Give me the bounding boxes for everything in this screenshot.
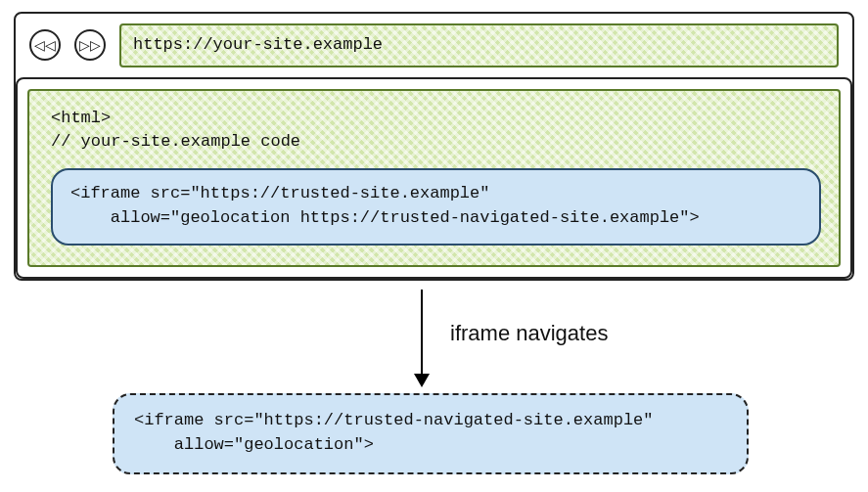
fast-forward-icon: ▷▷ [79,38,101,52]
page-code-line-1: <html> [51,107,821,131]
viewport-outer: <html> // your-site.example code <iframe… [16,77,852,280]
navigation-arrow-line [421,290,423,380]
navigation-arrow-label: iframe navigates [450,321,608,346]
iframe-code-line-1: <iframe src="https://trusted-site.exampl… [70,182,801,206]
browser-window: ◁◁ ▷▷ https://your-site.example <html> /… [14,12,854,281]
iframe-original: <iframe src="https://trusted-site.exampl… [51,168,821,246]
rewind-icon: ◁◁ [34,38,56,52]
page-code-line-2: // your-site.example code [51,130,821,155]
navigation-arrow-head-icon [414,374,430,387]
forward-button[interactable]: ▷▷ [74,29,106,61]
address-bar[interactable]: https://your-site.example [119,23,839,67]
page-viewport: <html> // your-site.example code <iframe… [27,89,841,268]
iframe-navigated: <iframe src="https://trusted-navigated-s… [113,393,749,474]
iframe-code-line-2: allow="geolocation https://trusted-navig… [70,206,801,231]
browser-chrome: ◁◁ ▷▷ https://your-site.example [16,14,852,77]
navigated-code-line-1: <iframe src="https://trusted-navigated-s… [134,409,727,433]
navigated-code-line-2: allow="geolocation"> [134,433,727,458]
back-button[interactable]: ◁◁ [29,29,61,61]
